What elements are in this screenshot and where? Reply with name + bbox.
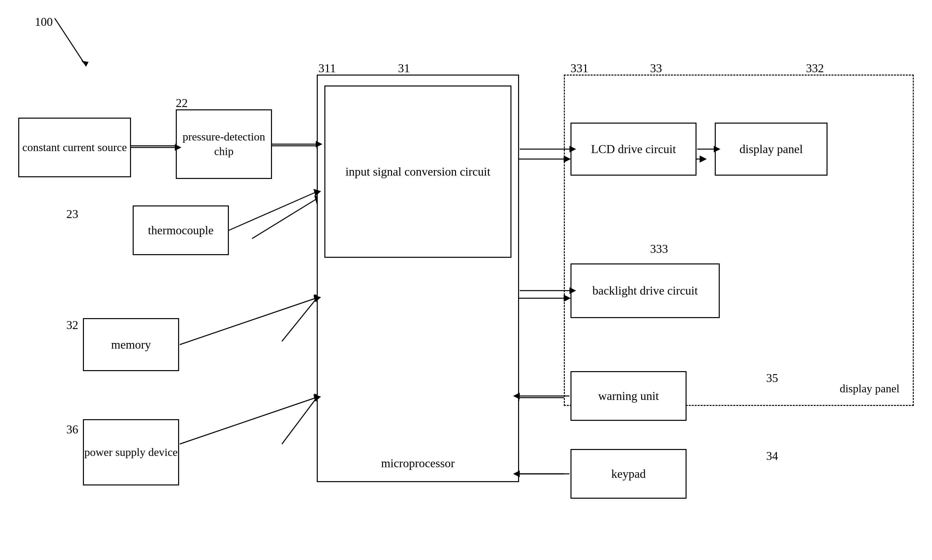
ref-311-label: 311	[318, 61, 336, 75]
ref-33-label: 33	[650, 61, 662, 75]
warning-unit-box: warning unit	[571, 371, 687, 421]
svg-line-6	[282, 298, 317, 341]
ref-32-label: 32	[66, 318, 78, 332]
memory-box: memory	[83, 318, 179, 371]
svg-marker-21	[81, 61, 89, 66]
ref-23-label: 23	[66, 207, 78, 221]
ref-332-label: 332	[806, 61, 824, 75]
constant-current-source-box: constant current source	[18, 118, 131, 177]
svg-line-26	[229, 192, 316, 230]
svg-line-8	[282, 398, 317, 444]
svg-line-4	[252, 199, 317, 238]
ref-100-label: 100	[35, 15, 53, 29]
microprocessor-box: input signal conversion circuit micropro…	[317, 75, 519, 482]
pressure-detection-chip-box: pressure-detection chip	[176, 109, 272, 179]
svg-line-20	[55, 18, 86, 66]
display-panel-box: display panel	[715, 123, 827, 175]
keypad-box: keypad	[571, 449, 687, 499]
ref-31-label: 31	[398, 61, 410, 75]
thermocouple-box: thermocouple	[133, 205, 229, 255]
ref-34-label: 34	[766, 449, 778, 463]
ref-22-label: 22	[176, 96, 188, 110]
power-supply-device-box: power supply device	[83, 419, 179, 485]
ref-331-label: 331	[571, 61, 588, 75]
lcd-drive-circuit-box: LCD drive circuit	[571, 123, 696, 175]
svg-line-28	[180, 298, 316, 345]
backlight-drive-circuit-box: backlight drive circuit	[571, 263, 720, 318]
svg-line-30	[180, 398, 316, 444]
display-panel-label: display panel	[840, 382, 900, 395]
ref-36-label: 36	[66, 423, 78, 436]
